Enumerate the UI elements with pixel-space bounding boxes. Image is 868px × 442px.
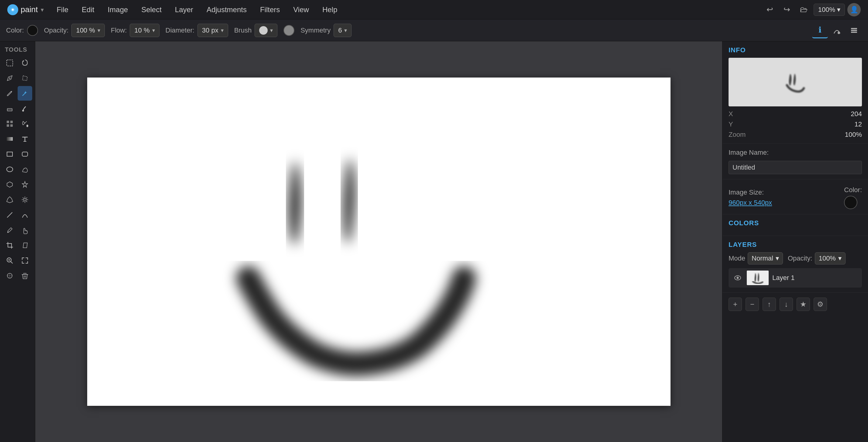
brush-tool[interactable] <box>18 101 32 116</box>
size-color-row: Image Size: 960px x 540px Color: <box>728 186 862 209</box>
gradient-tool[interactable] <box>2 131 17 146</box>
svg-rect-10 <box>7 121 9 123</box>
brush-chevron: ▾ <box>270 27 273 34</box>
color-info-label: Color: <box>844 186 862 194</box>
user-avatar[interactable]: 👤 <box>847 3 861 17</box>
layer-settings-button[interactable]: ⚙ <box>814 298 827 311</box>
secondary-color-swatch[interactable] <box>283 25 294 36</box>
color-info-dot[interactable] <box>844 196 857 209</box>
hand-tool[interactable] <box>18 223 32 237</box>
flow-dropdown[interactable]: 10 % ▾ <box>130 24 159 37</box>
eraser-tool[interactable] <box>2 101 17 116</box>
menu-help[interactable]: Help <box>317 3 343 17</box>
gear-tool[interactable] <box>18 193 32 207</box>
star-layer-button[interactable]: ★ <box>797 298 810 311</box>
brush-dropdown[interactable]: ▾ <box>255 24 277 37</box>
pencil-tool[interactable] <box>2 86 17 100</box>
menu-file[interactable]: File <box>51 3 74 17</box>
tool-row-5 <box>2 116 32 131</box>
menu-view[interactable]: View <box>288 3 314 17</box>
star-tool[interactable] <box>18 177 32 192</box>
menu-select[interactable]: Select <box>136 3 167 17</box>
dropper-tool[interactable] <box>2 223 17 237</box>
folder-button[interactable]: 🗁 <box>797 2 811 17</box>
skew-tool[interactable] <box>18 238 32 253</box>
layers-mode-value: Normal <box>752 255 773 262</box>
menu-image[interactable]: Image <box>102 3 133 17</box>
layer-visibility-toggle[interactable] <box>732 272 743 283</box>
image-name-input[interactable] <box>728 161 862 174</box>
fill-panel-toggle[interactable] <box>829 23 845 38</box>
main-area: TOOLS <box>0 41 868 442</box>
opacity-dropdown[interactable]: 100 % ▾ <box>71 24 104 37</box>
menu-layer[interactable]: Layer <box>169 3 199 17</box>
color-swatch[interactable] <box>27 25 38 36</box>
menu-bar-right: ↩ ↪ 🗁 100% ▾ 👤 <box>763 2 861 17</box>
secondary-color-group <box>283 25 294 36</box>
pattern-tool[interactable] <box>2 116 17 131</box>
line-tool[interactable] <box>2 208 17 222</box>
image-size-link[interactable]: 960px x 540px <box>728 199 772 206</box>
remove-layer-button[interactable]: − <box>746 298 759 311</box>
redo-button[interactable]: ↪ <box>780 2 794 17</box>
curve-tool[interactable] <box>18 208 32 222</box>
menu-adjustments[interactable]: Adjustments <box>201 3 252 17</box>
svg-marker-20 <box>22 181 28 187</box>
ellipse-tool[interactable] <box>2 162 17 177</box>
tool-row-1 <box>2 56 32 70</box>
freeform-tool[interactable] <box>18 162 32 177</box>
layers-opacity-dropdown[interactable]: 100% ▾ <box>815 252 845 264</box>
canvas-area[interactable] <box>35 41 722 442</box>
lasso-tool[interactable] <box>18 56 32 70</box>
pen-tool[interactable] <box>2 71 17 85</box>
flow-chevron: ▾ <box>152 27 155 34</box>
text-tool[interactable] <box>18 131 32 146</box>
custom-shape-tool[interactable] <box>2 193 17 207</box>
layers-panel-toggle[interactable] <box>846 23 862 38</box>
tool-row-10 <box>2 193 32 207</box>
info-panel-toggle[interactable]: ℹ <box>812 23 828 38</box>
opacity-value: 100 % <box>76 26 95 34</box>
layers-mode-dropdown[interactable]: Normal ▾ <box>748 252 783 264</box>
trash-tool[interactable] <box>18 268 32 283</box>
opacity-chevron: ▾ <box>97 27 100 34</box>
info-preview <box>728 58 862 107</box>
image-size-section: Image Size: 960px x 540px Color: <box>722 179 868 214</box>
polygonal-lasso-tool[interactable] <box>18 71 32 85</box>
symmetry-value: 6 <box>338 26 342 34</box>
crop-tool[interactable] <box>2 238 17 253</box>
svg-point-21 <box>24 199 26 201</box>
symmetry-dropdown[interactable]: 6 ▾ <box>334 24 351 37</box>
color-block: Color: <box>844 186 862 209</box>
magic-wand-tool[interactable] <box>18 86 32 100</box>
polygon-tool[interactable] <box>2 177 17 192</box>
diameter-label: Diameter: <box>165 26 194 34</box>
app-menu-chevron[interactable]: ▾ <box>41 6 44 13</box>
undo-button[interactable]: ↩ <box>763 2 777 17</box>
menu-filters[interactable]: Filters <box>255 3 285 17</box>
layer-row-1[interactable]: Layer 1 <box>728 268 862 288</box>
svg-point-18 <box>7 167 13 172</box>
app-name-label: paint <box>21 5 38 14</box>
marquee-tool[interactable] <box>2 56 17 70</box>
layers-title: LAYERS <box>728 241 862 249</box>
diameter-value: 30 px <box>202 26 218 34</box>
paint-bucket-tool[interactable] <box>18 116 32 131</box>
move-layer-up-button[interactable]: ↑ <box>763 298 776 311</box>
canvas-container[interactable] <box>87 78 671 406</box>
gradient2-tool[interactable] <box>2 268 17 283</box>
flow-group: Flow: 10 % ▾ <box>111 24 159 37</box>
diameter-dropdown[interactable]: 30 px ▾ <box>197 24 228 37</box>
rounded-rect-tool[interactable] <box>18 147 32 161</box>
rectangle-tool[interactable] <box>2 147 17 161</box>
zoom-display[interactable]: 100% ▾ <box>814 4 845 16</box>
move-layer-down-button[interactable]: ↓ <box>780 298 793 311</box>
add-layer-button[interactable]: + <box>728 298 742 311</box>
layers-mode-chevron: ▾ <box>776 255 779 262</box>
zoom-info-label: Zoom <box>728 131 792 139</box>
app-logo[interactable]: paint ▾ <box>7 4 44 15</box>
fullscreen-tool[interactable] <box>18 253 32 268</box>
colors-title: COLORS <box>728 219 862 227</box>
menu-edit[interactable]: Edit <box>76 3 100 17</box>
zoom-tool[interactable] <box>2 253 17 268</box>
